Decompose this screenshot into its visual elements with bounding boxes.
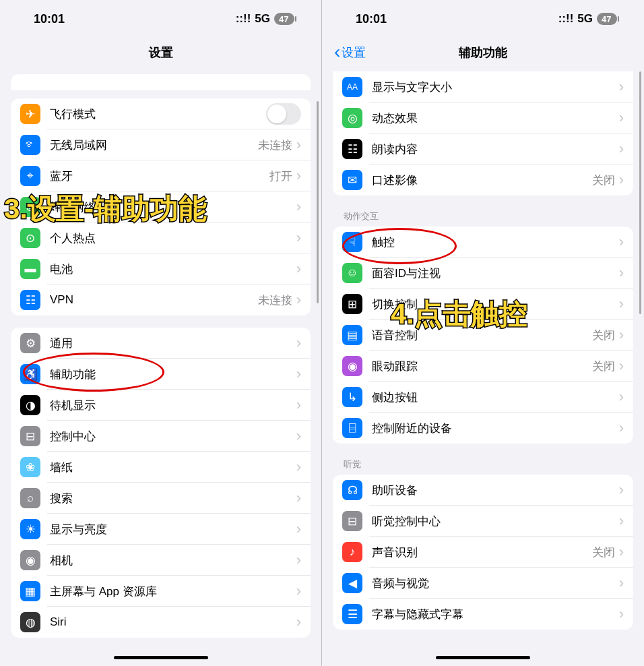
nav-bar: 设置	[0, 38, 321, 67]
settings-row-search[interactable]: ⌕搜索›	[11, 483, 311, 514]
airplane-toggle[interactable]	[266, 103, 301, 125]
settings-row-standby[interactable]: ◑待机显示›	[11, 390, 311, 421]
row-label: 墙纸	[50, 460, 296, 475]
settings-row-textsize[interactable]: AA显示与文字大小›	[333, 71, 633, 102]
chevron-right-icon: ›	[619, 109, 624, 127]
settings-row-airplane[interactable]: ✈飞行模式	[11, 98, 311, 129]
page-title: 设置	[149, 44, 173, 61]
row-value: 未连接	[258, 138, 292, 153]
settings-row-camera[interactable]: ◉相机›	[11, 545, 311, 576]
general-icon: ⚙	[20, 333, 40, 353]
settings-row-hearing[interactable]: ☊助听设备›	[333, 475, 633, 506]
settings-row-bluetooth[interactable]: ⌖蓝牙打开›	[11, 160, 311, 191]
display-icon: ☀	[20, 519, 40, 539]
settings-row-subtitles[interactable]: ☰字幕与隐藏式字幕›	[333, 599, 633, 630]
status-bar: 10:01 ::!! 5G 47	[322, 0, 644, 38]
settings-row-vpn[interactable]: ☷VPN未连接›	[11, 284, 311, 315]
chevron-right-icon: ›	[296, 334, 301, 352]
settings-row-general[interactable]: ⚙通用›	[11, 328, 311, 359]
settings-row-touch[interactable]: ☟触控›	[333, 226, 633, 258]
nav-bar: ‹ 设置 辅助功能	[322, 38, 644, 67]
eyetrack-icon: ◉	[342, 356, 362, 376]
settings-row-home[interactable]: ▦主屏幕与 App 资源库›	[11, 576, 311, 607]
chevron-right-icon: ›	[296, 136, 301, 154]
settings-row-control[interactable]: ⊟控制中心›	[11, 421, 311, 452]
row-label: 声音识别	[372, 545, 592, 560]
settings-row-faceid[interactable]: ☺面容ID与注视›	[333, 258, 633, 289]
hotspot-icon: ⊙	[20, 228, 40, 248]
camera-icon: ◉	[20, 550, 40, 570]
chevron-right-icon: ›	[619, 543, 624, 561]
scroll-indicator	[317, 101, 319, 303]
status-time: 10:01	[356, 12, 387, 26]
settings-row-wifi[interactable]: ᯤ无线局域网未连接›	[11, 129, 311, 160]
row-label: 电池	[50, 262, 296, 277]
settings-row-siri[interactable]: ◍Siri›	[11, 607, 311, 638]
standby-icon: ◑	[20, 395, 40, 415]
settings-row-soundrec[interactable]: ♪声音识别关闭›	[333, 537, 633, 568]
settings-row-spoken[interactable]: ☷朗读内容›	[333, 133, 633, 164]
spoken-icon: ☷	[342, 139, 362, 159]
row-label: 控制附近的设备	[372, 421, 619, 436]
chevron-right-icon: ›	[296, 582, 301, 600]
subtitles-icon: ☰	[342, 604, 362, 624]
row-label: 辅助功能	[50, 367, 296, 382]
chevron-right-icon: ›	[619, 357, 624, 375]
row-label: 显示与亮度	[50, 522, 296, 537]
row-label: 搜索	[50, 491, 296, 506]
chevron-right-icon: ›	[296, 229, 301, 247]
home-indicator	[436, 656, 530, 659]
search-icon: ⌕	[20, 488, 40, 508]
chevron-right-icon: ›	[296, 613, 301, 631]
settings-row-sidebtn[interactable]: ↳侧边按钮›	[333, 382, 633, 413]
chevron-right-icon: ›	[296, 489, 301, 507]
accessibility-icon: ♿	[20, 364, 40, 384]
back-button[interactable]: ‹ 设置	[334, 44, 366, 61]
airplane-icon: ✈	[20, 104, 40, 124]
settings-row-wallpaper[interactable]: ❀墙纸›	[11, 452, 311, 483]
row-label: VPN	[50, 293, 258, 307]
battery-icon: ▬	[20, 259, 40, 279]
hearingctrl-icon: ⊟	[342, 511, 362, 531]
row-value: 关闭	[592, 328, 615, 343]
bluetooth-icon: ⌖	[20, 166, 40, 186]
settings-row-audiovisual[interactable]: ◀音频与视觉›	[333, 568, 633, 599]
chevron-right-icon: ›	[619, 388, 624, 406]
row-label: 音频与视觉	[372, 576, 619, 591]
touch-icon: ☟	[342, 232, 362, 252]
chevron-right-icon: ›	[296, 365, 301, 383]
section-header-hearing: 听觉	[344, 458, 644, 471]
control-icon: ⊟	[20, 426, 40, 446]
row-label: 无线局域网	[50, 138, 258, 153]
chevron-right-icon: ›	[619, 512, 624, 530]
settings-row-display[interactable]: ☀显示与亮度›	[11, 514, 311, 545]
chevron-right-icon: ›	[296, 520, 301, 538]
settings-row-hearingctrl[interactable]: ⊟听觉控制中心›	[333, 506, 633, 537]
settings-row-battery[interactable]: ▬电池›	[11, 253, 311, 284]
chevron-right-icon: ›	[619, 171, 624, 189]
settings-row-nearby[interactable]: ⌸控制附近的设备›	[333, 413, 633, 444]
search-card-peek	[11, 74, 311, 90]
row-label: 眼动跟踪	[372, 359, 592, 374]
row-label: 显示与文字大小	[372, 80, 619, 95]
settings-row-accessibility[interactable]: ♿辅助功能›	[11, 359, 311, 390]
chevron-right-icon: ›	[619, 295, 624, 313]
row-label: Siri	[50, 615, 296, 629]
network-label: 5G	[255, 12, 270, 26]
chevron-right-icon: ›	[619, 78, 624, 96]
row-label: 待机显示	[50, 398, 296, 413]
settings-row-eyetrack[interactable]: ◉眼动跟踪关闭›	[333, 351, 633, 382]
chevron-right-icon: ›	[296, 260, 301, 278]
settings-row-audiodesc[interactable]: ✉口述影像关闭›	[333, 164, 633, 195]
back-label: 设置	[342, 44, 366, 61]
settings-row-motion[interactable]: ◎动态效果›	[333, 102, 633, 133]
accessibility-group-interaction: ☟触控›☺面容ID与注视›⊞切换控制›▤语音控制关闭›◉眼动跟踪关闭›↳侧边按钮…	[333, 226, 633, 444]
chevron-right-icon: ›	[619, 605, 624, 623]
chevron-right-icon: ›	[619, 140, 624, 158]
chevron-left-icon: ‹	[334, 42, 340, 61]
home-icon: ▦	[20, 581, 40, 601]
chevron-right-icon: ›	[296, 291, 301, 309]
home-indicator	[114, 656, 208, 659]
row-label: 通用	[50, 336, 296, 351]
chevron-right-icon: ›	[619, 326, 624, 344]
